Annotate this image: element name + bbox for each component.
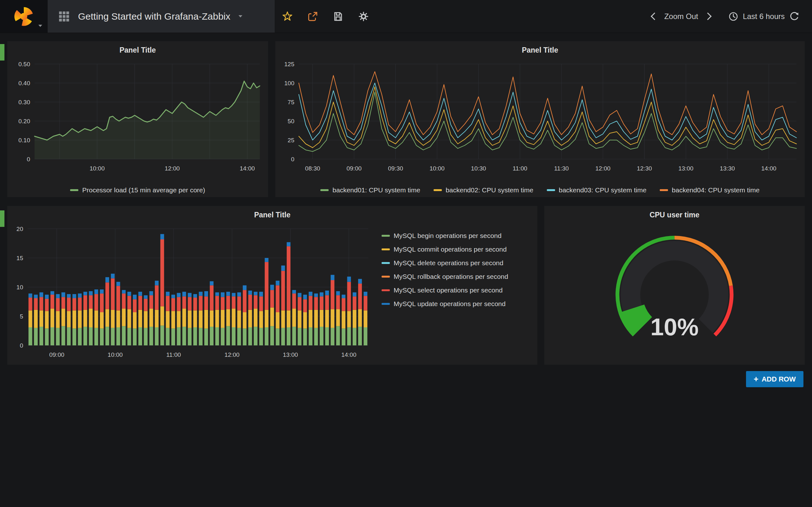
- gear-icon: [358, 11, 369, 22]
- svg-text:11:00: 11:00: [513, 165, 527, 172]
- save-button[interactable]: [325, 0, 351, 33]
- zoom-out-button[interactable]: Zoom Out: [664, 12, 698, 21]
- svg-text:50: 50: [288, 118, 294, 124]
- legend-item[interactable]: MySQL rollback operations per second: [382, 270, 531, 283]
- legend-color-dash: [382, 248, 390, 250]
- svg-text:10: 10: [16, 284, 23, 291]
- legend-color-dash: [434, 189, 442, 191]
- panel-title[interactable]: Panel Title: [7, 41, 268, 59]
- row-handle[interactable]: [0, 44, 4, 60]
- panel-title[interactable]: CPU user time: [544, 206, 805, 224]
- svg-text:12:00: 12:00: [595, 165, 611, 172]
- line-chart-cpu-system-time[interactable]: 025507510012508:3009:0009:3010:0010:3011…: [275, 59, 805, 177]
- svg-text:0.40: 0.40: [18, 80, 30, 87]
- plus-icon: +: [754, 374, 758, 384]
- time-range-label: Last 6 hours: [743, 12, 785, 21]
- star-button[interactable]: [275, 0, 300, 33]
- legend-item[interactable]: backend01: CPU system time: [320, 186, 420, 194]
- add-row-label: ADD ROW: [762, 375, 796, 383]
- gauge-cpu-user-time[interactable]: 10%: [544, 224, 805, 365]
- save-icon: [333, 11, 344, 22]
- svg-text:0.30: 0.30: [18, 99, 30, 106]
- svg-text:08:30: 08:30: [305, 165, 320, 172]
- legend-item[interactable]: MySQL select operations per second: [382, 283, 531, 297]
- legend-label: Processor load (15 min average per core): [82, 186, 205, 194]
- legend-label: MySQL commit operations per second: [394, 245, 507, 253]
- legend-color-dash: [382, 303, 390, 305]
- svg-text:25: 25: [288, 137, 294, 144]
- time-range-button[interactable]: Last 6 hours: [728, 11, 785, 21]
- legend-item[interactable]: MySQL commit operations per second: [382, 242, 531, 256]
- svg-text:09:00: 09:00: [347, 165, 362, 172]
- svg-text:125: 125: [284, 61, 294, 67]
- bar-chart-mysql-operations[interactable]: 0510152009:0010:0011:0012:0013:0014:00: [7, 224, 375, 363]
- svg-text:0.50: 0.50: [18, 61, 30, 67]
- legend-label: backend04: CPU system time: [672, 186, 760, 194]
- grafana-logo-icon: [13, 5, 35, 27]
- chevron-down-icon: [38, 25, 42, 27]
- panel-processor-load: Panel Title 00.100.200.300.400.5010:0012…: [7, 41, 268, 197]
- chevron-down-icon: [239, 15, 242, 17]
- time-shift-forward-button[interactable]: [698, 14, 717, 19]
- svg-text:75: 75: [288, 99, 294, 106]
- panel-mysql-operations: Panel Title 0510152009:0010:0011:0012:00…: [7, 206, 537, 365]
- star-icon: [282, 11, 293, 22]
- svg-text:10:00: 10:00: [107, 351, 123, 358]
- legend-item[interactable]: MySQL update operations per second: [382, 297, 531, 311]
- panel-title[interactable]: Panel Title: [7, 206, 537, 224]
- legend-label: MySQL update operations per second: [394, 300, 506, 308]
- chevron-right-icon: [704, 12, 711, 20]
- legend-item[interactable]: MySQL delete operations per second: [382, 256, 531, 270]
- legend-color-dash: [660, 189, 668, 191]
- svg-text:10%: 10%: [650, 314, 699, 340]
- refresh-button[interactable]: [785, 11, 804, 21]
- legend-label: MySQL rollback operations per second: [394, 273, 508, 280]
- legend-item[interactable]: backend04: CPU system time: [660, 186, 760, 194]
- svg-text:20: 20: [16, 226, 23, 232]
- dashboard-title-button[interactable]: Getting Started with Grafana-Zabbix: [48, 0, 275, 33]
- legend-label: backend01: CPU system time: [333, 186, 420, 194]
- add-row-button[interactable]: + ADD ROW: [746, 371, 803, 387]
- svg-text:100: 100: [284, 80, 294, 87]
- row-handle[interactable]: [0, 210, 4, 227]
- grafana-logo-button[interactable]: [0, 0, 48, 33]
- legend-item[interactable]: MySQL begin operations per second: [382, 229, 531, 242]
- legend-item[interactable]: Processor load (15 min average per core): [70, 186, 205, 194]
- legend-color-dash: [382, 276, 390, 278]
- legend-color-dash: [547, 189, 555, 191]
- legend-color-dash: [382, 262, 390, 264]
- svg-text:09:30: 09:30: [388, 165, 403, 172]
- svg-text:10:00: 10:00: [429, 165, 445, 172]
- legend-label: MySQL begin operations per second: [394, 232, 502, 239]
- panel-title[interactable]: Panel Title: [275, 41, 805, 59]
- panel-cpu-user-time: CPU user time 10%: [544, 206, 805, 365]
- svg-text:0.10: 0.10: [18, 137, 30, 144]
- svg-text:10:30: 10:30: [471, 165, 486, 172]
- svg-text:5: 5: [20, 313, 23, 320]
- dashboard-title: Getting Started with Grafana-Zabbix: [78, 11, 230, 22]
- legend-item[interactable]: backend02: CPU system time: [434, 186, 534, 194]
- legend-color-dash: [382, 235, 390, 237]
- svg-text:11:30: 11:30: [554, 165, 569, 172]
- settings-button[interactable]: [351, 0, 376, 33]
- svg-text:0.20: 0.20: [18, 118, 30, 124]
- time-shift-back-button[interactable]: [645, 14, 664, 19]
- svg-text:13:30: 13:30: [720, 165, 735, 172]
- legend-color-dash: [70, 189, 78, 191]
- svg-text:13:00: 13:00: [283, 351, 298, 358]
- svg-text:0: 0: [291, 156, 294, 163]
- share-button[interactable]: [300, 0, 325, 33]
- legend: MySQL begin operations per secondMySQL c…: [382, 229, 531, 311]
- chevron-left-icon: [651, 12, 658, 20]
- legend-label: backend03: CPU system time: [559, 186, 647, 194]
- legend: Processor load (15 min average per core): [7, 186, 268, 194]
- panel-cpu-system-time: Panel Title 025507510012508:3009:0009:30…: [275, 41, 805, 197]
- legend-item[interactable]: backend03: CPU system time: [547, 186, 647, 194]
- dashboard-grid-icon: [58, 11, 70, 22]
- legend-label: MySQL select operations per second: [394, 286, 503, 294]
- svg-text:0: 0: [27, 156, 30, 163]
- line-chart-processor-load[interactable]: 00.100.200.300.400.5010:0012:0014:00: [7, 59, 268, 177]
- svg-text:12:00: 12:00: [224, 351, 240, 358]
- svg-text:14:00: 14:00: [240, 165, 255, 172]
- svg-text:14:00: 14:00: [761, 165, 776, 172]
